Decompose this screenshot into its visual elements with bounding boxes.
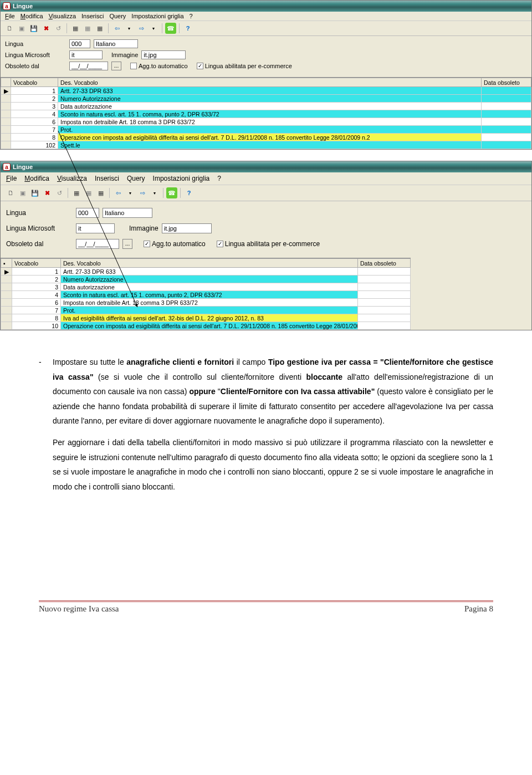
paragraph-2: Per aggiornare i dati della tabella clie… bbox=[53, 435, 493, 494]
paragraph-1: Impostare su tutte le anagrafiche client… bbox=[53, 355, 493, 429]
footer-left: Nuovo regime Iva cassa bbox=[39, 604, 119, 614]
svg-line-0 bbox=[58, 131, 137, 307]
page-footer: Nuovo regime Iva cassa Pagina 8 bbox=[0, 600, 532, 625]
footer-right: Pagina 8 bbox=[464, 604, 493, 614]
bullet-dash: - bbox=[39, 355, 53, 501]
document-body: - Impostare su tutte le anagrafiche clie… bbox=[0, 333, 532, 512]
footer-rule bbox=[39, 600, 493, 602]
